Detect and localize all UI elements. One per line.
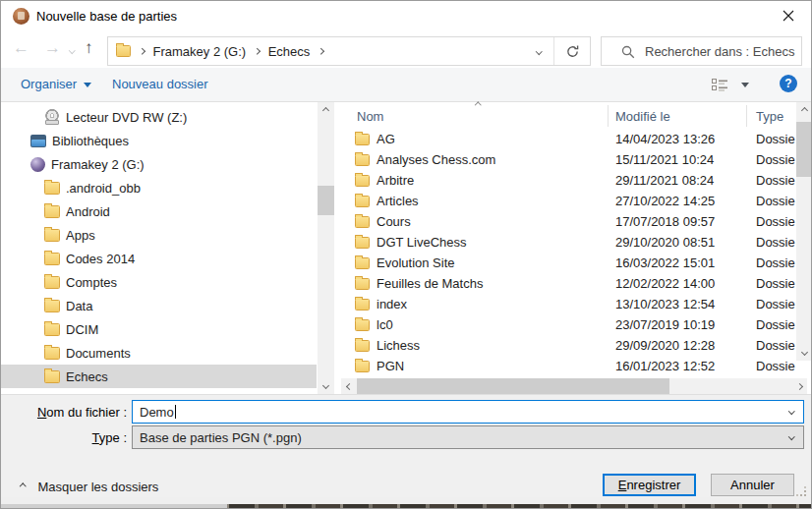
organize-button[interactable]: Organiser (21, 77, 91, 91)
tree-item-label: Data (66, 299, 92, 313)
column-header-modified[interactable]: Modifié le (615, 109, 670, 124)
column-divider[interactable] (746, 105, 747, 127)
file-modified: 29/11/2021 08:24 (608, 173, 746, 188)
command-bar: Organiser Nouveau dossier ? (1, 68, 811, 102)
column-header-name[interactable]: Nom (357, 109, 383, 124)
libraries-icon (30, 135, 46, 147)
folder-icon (355, 175, 370, 187)
file-row-arbitre[interactable]: Arbitre 29/11/2021 08:24 Dossier (341, 170, 795, 191)
list-vertical-scrollbar[interactable] (796, 102, 812, 361)
new-folder-button[interactable]: Nouveau dossier (112, 77, 208, 91)
cancel-button[interactable]: Annuler (711, 474, 794, 496)
file-row-cours[interactable]: Cours 17/07/2018 09:57 Dossier (341, 211, 795, 232)
file-name: PGN (377, 359, 404, 373)
folder-icon (44, 323, 60, 336)
folder-icon (355, 196, 370, 207)
tree-item-label: Lecteur DVD RW (Z:) (66, 110, 187, 125)
forward-button[interactable]: → (44, 39, 61, 56)
save-dialog-window: Nouvelle base de parties ← → ↑ Framakey … (0, 0, 812, 509)
tree-item-codes-2014[interactable]: Codes 2014 (1, 247, 317, 270)
file-row-lc0[interactable]: lc0 23/07/2019 10:19 Dossier (341, 314, 795, 335)
file-row-dgt-livechess[interactable]: DGT LiveChess 29/10/2020 08:51 Dossier (341, 232, 795, 253)
scroll-down-button[interactable] (318, 377, 334, 394)
file-row-index[interactable]: index 13/10/2023 12:54 Dossier (341, 294, 795, 314)
tree-item-lecteur-dvd-rw-z-[interactable]: Lecteur DVD RW (Z:) (1, 105, 317, 129)
tree-item-label: Framakey 2 (G:) (51, 157, 145, 172)
change-view-button[interactable] (707, 76, 732, 94)
refresh-button[interactable] (554, 37, 590, 65)
tree-item-apps[interactable]: Apps (1, 223, 317, 247)
tree-item-comptes[interactable]: Comptes (1, 270, 317, 294)
text-cursor (175, 405, 176, 419)
list-horizontal-scrollbar[interactable] (341, 378, 807, 394)
file-type: Dossier (746, 359, 795, 373)
scroll-up-button[interactable] (796, 102, 812, 119)
tree-item-label: Echecs (66, 369, 108, 384)
scrollbar-thumb[interactable] (318, 186, 334, 215)
folder-icon (44, 182, 60, 195)
folder-icon (44, 370, 60, 383)
folder-icon (355, 257, 370, 269)
chevron-down-icon[interactable] (788, 408, 794, 414)
file-row-articles[interactable]: Articles 27/10/2022 14:25 Dossier (341, 191, 795, 211)
breadcrumb-segment-drive[interactable]: Framakey 2 (G:) (153, 44, 247, 59)
tree-scrollbar[interactable] (318, 102, 334, 394)
filetype-select[interactable]: Base de parties PGN (*.pgn) (132, 425, 804, 449)
file-name-cell: Cours (341, 214, 608, 229)
file-row-lichess[interactable]: Lichess 29/09/2020 12:28 Dossier (341, 335, 795, 356)
filename-input[interactable]: Demo (132, 400, 804, 424)
folder-icon (355, 237, 370, 249)
file-row-feuilles-de-matchs[interactable]: Feuilles de Matchs 12/02/2022 14:00 Doss… (341, 273, 795, 294)
file-row-evolution-site[interactable]: Evolution Site 16/03/2022 15:01 Dossier (341, 253, 795, 273)
breadcrumb-folder-icon (116, 45, 131, 57)
tree-item-android[interactable]: Android (1, 199, 317, 223)
tree-item-dcim[interactable]: DCIM (1, 317, 317, 341)
sort-ascending-icon (475, 102, 481, 108)
file-name-cell: lc0 (341, 317, 608, 332)
breadcrumb-segment-folder[interactable]: Echecs (268, 44, 311, 59)
address-dropdown-button[interactable] (524, 37, 553, 65)
tree-item-documents[interactable]: Documents (1, 341, 317, 365)
tree-item-label: Codes 2014 (66, 252, 135, 266)
scroll-left-button[interactable] (341, 378, 357, 394)
file-modified: 16/03/2022 15:01 (608, 255, 746, 270)
refresh-icon (565, 44, 580, 59)
scroll-down-button[interactable] (796, 344, 812, 361)
file-row-ag[interactable]: AG 14/04/2023 13:26 Dossier (341, 129, 795, 149)
app-icon (13, 8, 29, 25)
scrollbar-thumb[interactable] (357, 378, 669, 394)
details-view-icon (712, 79, 727, 91)
hide-folders-toggle[interactable]: Masquer les dossiers (21, 480, 158, 494)
save-button[interactable]: Enregistrer (603, 474, 696, 496)
folder-tree: Lecteur DVD RW (Z:) Bibliothèques Framak… (1, 102, 317, 394)
file-row-pgn[interactable]: PGN 16/01/2023 12:52 Dossier (341, 356, 795, 376)
search-input[interactable] (602, 37, 801, 65)
tree-item-echecs[interactable]: Echecs (1, 365, 317, 388)
file-name: Cours (377, 214, 411, 229)
recent-locations-icon[interactable] (69, 47, 75, 53)
resize-grip-icon[interactable] (797, 487, 806, 496)
back-button[interactable]: ← (13, 39, 29, 56)
file-name-cell: Articles (341, 194, 608, 208)
up-button[interactable]: ↑ (85, 39, 93, 56)
file-modified: 17/07/2018 09:57 (608, 214, 746, 229)
tree-item-data[interactable]: Data (1, 294, 317, 317)
help-button[interactable]: ? (780, 75, 797, 92)
column-header-type[interactable]: Type (756, 109, 783, 124)
tree-item--android-obb[interactable]: .android_obb (1, 176, 317, 199)
scrollbar-thumb[interactable] (796, 122, 812, 177)
address-bar[interactable]: Framakey 2 (G:) Echecs (107, 36, 591, 66)
file-type: Dossier (746, 317, 795, 332)
column-divider[interactable] (608, 105, 609, 127)
tree-item-biblioth-ques[interactable]: Bibliothèques (1, 129, 317, 152)
scroll-right-button[interactable] (791, 378, 807, 394)
close-button[interactable] (766, 1, 811, 30)
folder-icon (355, 216, 370, 228)
view-dropdown-button[interactable] (736, 76, 754, 94)
usb-drive-icon (30, 157, 45, 172)
tree-item-label: Documents (66, 346, 131, 361)
tree-item-framakey-2-g-[interactable]: Framakey 2 (G:) (1, 152, 317, 176)
background-window-strip (1, 497, 812, 509)
scroll-up-button[interactable] (318, 102, 334, 119)
file-row-analyses-chess-com[interactable]: Analyses Chess.com 15/11/2021 10:24 Doss… (341, 149, 795, 170)
